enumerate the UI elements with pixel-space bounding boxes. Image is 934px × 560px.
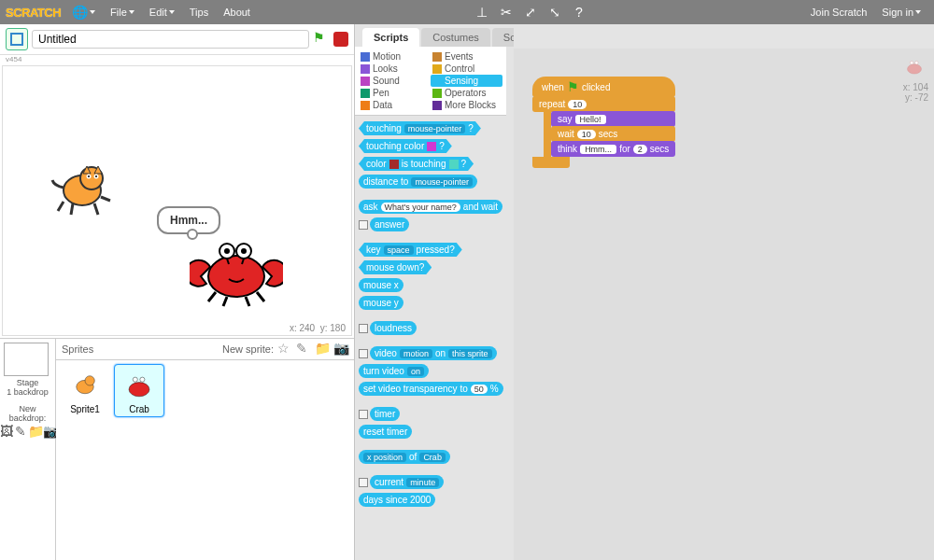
reporter-checkbox[interactable]: [359, 478, 368, 487]
stage-info[interactable]: Stage 1 backdrop New backdrop: 🖼 ✎ 📁 📷: [0, 339, 56, 560]
globe-icon[interactable]: 🌐: [64, 4, 103, 21]
svg-point-10: [224, 248, 230, 254]
new-sprite-label: New sprite:: [222, 343, 274, 355]
block-video-on[interactable]: videomotiononthis sprite: [370, 346, 497, 360]
block-wait[interactable]: wait10secs: [551, 126, 675, 142]
sprite-crab[interactable]: [190, 225, 283, 309]
svg-point-8: [208, 256, 264, 297]
block-mouse-x[interactable]: mouse x: [359, 278, 403, 292]
block-think-for-secs[interactable]: thinkHmm...for2secs: [551, 141, 675, 157]
stage-label: Stage: [4, 378, 51, 387]
reporter-checkbox[interactable]: [359, 220, 368, 230]
sprite-tile-sprite1[interactable]: Sprite1: [60, 364, 110, 417]
block-timer[interactable]: timer: [370, 407, 400, 421]
stage-thumbnail[interactable]: [4, 343, 49, 376]
svg-point-12: [241, 248, 247, 254]
crab-icon: [900, 54, 928, 78]
sprite-tile-crab[interactable]: Crab: [114, 364, 164, 417]
block-loudness[interactable]: loudness: [370, 321, 417, 335]
sprite-upload-icon[interactable]: 📁: [315, 342, 330, 357]
block-say[interactable]: sayHello!: [551, 111, 675, 127]
menu-edit[interactable]: Edit: [142, 5, 182, 20]
cat-data[interactable]: Data: [359, 99, 431, 111]
reporter-checkbox[interactable]: [359, 410, 368, 419]
menu-tips[interactable]: Tips: [182, 5, 216, 20]
block-repeat[interactable]: repeat10: [532, 96, 675, 112]
block-answer[interactable]: answer: [370, 217, 409, 231]
block-attr-of[interactable]: x positionofCrab: [359, 450, 450, 464]
green-flag-icon: ⚑: [567, 80, 579, 93]
fullscreen-button[interactable]: [6, 28, 28, 50]
svg-point-21: [910, 62, 913, 64]
block-touching-color[interactable]: touching color?: [359, 139, 452, 153]
stop-icon[interactable]: [333, 32, 348, 47]
backdrop-camera-icon[interactable]: 📷: [43, 425, 56, 436]
scissors-tool-icon[interactable]: ✂: [498, 4, 515, 21]
project-title-input[interactable]: [32, 30, 309, 49]
cat-looks[interactable]: Looks: [359, 63, 431, 75]
join-scratch[interactable]: Join Scratch: [803, 5, 875, 20]
svg-point-17: [129, 383, 149, 397]
sprite-camera-icon[interactable]: 📷: [333, 342, 348, 357]
block-video-transparency[interactable]: set video transparency to50%: [359, 382, 503, 396]
cat-pen[interactable]: Pen: [359, 87, 431, 99]
reporter-checkbox[interactable]: [359, 324, 368, 333]
sprite-tile-label: Crab: [117, 404, 162, 414]
menu-about[interactable]: About: [216, 5, 258, 20]
svg-point-7: [95, 175, 97, 177]
svg-point-18: [133, 377, 137, 382]
script-stack[interactable]: when ⚑ clicked repeat10 sayHello! wait10…: [532, 77, 675, 168]
tab-scripts[interactable]: Scripts: [362, 28, 419, 47]
block-reset-timer[interactable]: reset timer: [359, 425, 412, 439]
cat-operators[interactable]: Operators: [431, 87, 502, 99]
script-area[interactable]: x: 104 y: -72 when ⚑ clicked repeat10 sa…: [514, 49, 934, 560]
svg-point-22: [915, 62, 918, 64]
sprite-tile-label: Sprite1: [63, 404, 107, 414]
block-categories: Motion Events Looks Control Sound Sensin…: [355, 47, 506, 116]
hat-when-flag-clicked[interactable]: when ⚑ clicked: [532, 77, 675, 97]
tab-costumes[interactable]: Costumes: [421, 28, 490, 47]
svg-point-20: [907, 64, 921, 74]
new-backdrop-label: New backdrop:: [4, 404, 51, 423]
cat-moreblocks[interactable]: More Blocks: [431, 99, 502, 111]
green-flag-icon[interactable]: ⚑: [313, 31, 330, 48]
svg-point-19: [140, 377, 145, 382]
shrink-tool-icon[interactable]: ⤡: [546, 4, 563, 21]
backdrop-library-icon[interactable]: 🖼: [0, 425, 13, 436]
cat-events[interactable]: Events: [431, 50, 502, 63]
block-touching[interactable]: touchingmouse-pointer?: [359, 121, 481, 135]
sprite-library-icon[interactable]: ☆: [277, 342, 292, 357]
block-days-since-2000[interactable]: days since 2000: [359, 493, 435, 507]
stamp-tool-icon[interactable]: ⊥: [474, 4, 490, 21]
reporter-checkbox[interactable]: [359, 349, 368, 358]
cat-sound[interactable]: Sound: [359, 75, 431, 87]
block-turn-video[interactable]: turn videoon: [359, 364, 429, 378]
backdrop-count: 1 backdrop: [4, 387, 51, 397]
repeat-foot[interactable]: [532, 157, 570, 168]
block-ask[interactable]: askWhat's your name?and wait: [359, 200, 502, 214]
cat-control[interactable]: Control: [431, 63, 502, 75]
svg-point-6: [88, 175, 90, 177]
block-palette: touchingmouse-pointer? touching color? c…: [355, 116, 514, 560]
cat-sensing[interactable]: Sensing: [431, 75, 502, 87]
block-current[interactable]: currentminute: [370, 475, 444, 489]
block-color-touching[interactable]: coloris touching?: [359, 157, 474, 171]
sprite-paint-icon[interactable]: ✎: [296, 342, 311, 357]
stage[interactable]: Hmm... x: 240 y: 180: [2, 65, 352, 336]
version-label: v454: [6, 55, 354, 63]
menu-file[interactable]: File: [103, 5, 142, 20]
sign-in[interactable]: Sign in: [874, 5, 928, 20]
stage-coords: x: 240 y: 180: [290, 323, 346, 333]
block-mouse-y[interactable]: mouse y: [359, 296, 403, 310]
cat-motion[interactable]: Motion: [359, 50, 431, 63]
svg-point-16: [85, 376, 94, 385]
backdrop-upload-icon[interactable]: 📁: [28, 425, 41, 436]
help-icon[interactable]: ?: [571, 4, 587, 21]
block-key-pressed[interactable]: keyspacepressed?: [359, 243, 462, 257]
block-mouse-down[interactable]: mouse down?: [359, 260, 432, 274]
block-distance-to[interactable]: distance tomouse-pointer: [359, 175, 477, 189]
sprite-cat[interactable]: [50, 155, 115, 220]
backdrop-paint-icon[interactable]: ✎: [15, 425, 26, 436]
scratch-logo[interactable]: SCRATCH: [6, 6, 61, 20]
grow-tool-icon[interactable]: ⤢: [522, 4, 539, 21]
